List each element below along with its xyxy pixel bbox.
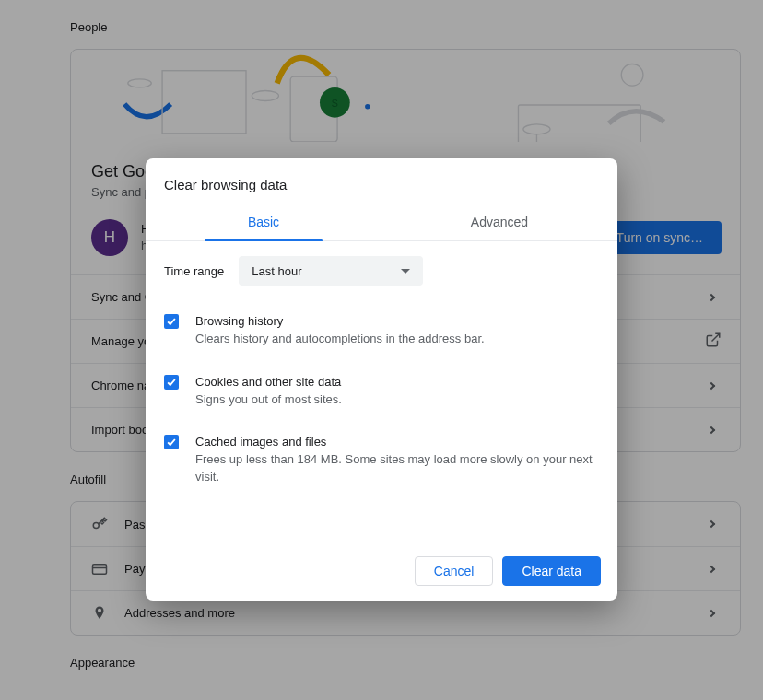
option-browsing-history[interactable]: Browsing history Clears history and auto… (164, 300, 599, 361)
checkbox-cache[interactable] (164, 435, 179, 449)
checkbox-browsing-history[interactable] (164, 314, 179, 329)
checkbox-cookies[interactable] (164, 375, 179, 390)
option-cookies[interactable]: Cookies and other site data Signs you ou… (164, 361, 599, 422)
modal-backdrop[interactable]: Clear browsing data Basic Advanced Time … (0, 0, 763, 700)
time-range-row: Time range Last hour (146, 241, 617, 293)
option-title: Cookies and other site data (195, 374, 599, 391)
time-range-select[interactable]: Last hour (239, 256, 423, 286)
clear-data-button[interactable]: Clear data (502, 556, 601, 586)
time-range-label: Time range (164, 264, 224, 278)
dropdown-icon (401, 269, 410, 274)
dialog-title: Clear browsing data (146, 158, 617, 196)
option-cache[interactable]: Cached images and files Frees up less th… (164, 421, 599, 499)
tab-basic[interactable]: Basic (146, 202, 382, 240)
options-list: Browsing history Clears history and auto… (146, 293, 617, 507)
option-title: Browsing history (195, 313, 599, 331)
option-subtitle: Clears history and autocompletions in th… (195, 331, 599, 348)
option-title: Cached images and files (195, 434, 599, 451)
option-subtitle: Frees up less than 184 MB. Some sites ma… (195, 451, 599, 486)
clear-browsing-data-dialog: Clear browsing data Basic Advanced Time … (146, 158, 617, 601)
time-range-value: Last hour (252, 264, 301, 278)
option-subtitle: Signs you out of most sites. (195, 391, 599, 409)
dialog-actions: Cancel Clear data (415, 556, 601, 586)
cancel-button[interactable]: Cancel (415, 556, 494, 586)
tab-advanced[interactable]: Advanced (382, 202, 617, 240)
dialog-tabs: Basic Advanced (146, 202, 617, 241)
